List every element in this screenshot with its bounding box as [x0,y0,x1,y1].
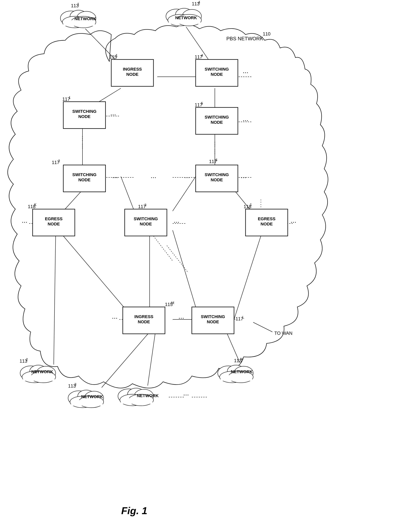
svg-text:NETWORK: NETWORK [31,369,53,374]
svg-text:NODE: NODE [140,222,152,226]
svg-text:NODE: NODE [48,222,60,226]
svg-text:1: 1 [250,203,252,207]
svg-text:SWITCHING: SWITCHING [72,109,96,114]
svg-text:SWITCHING: SWITCHING [201,314,225,319]
svg-text:⋯: ⋯ [112,315,118,321]
svg-text:SWITCHING: SWITCHING [205,172,229,177]
svg-text:3: 3 [74,383,76,386]
svg-text:⋮: ⋮ [80,143,85,149]
svg-text:NODE: NODE [126,72,138,77]
svg-text:⋮: ⋮ [212,141,218,147]
svg-text:⋯: ⋯ [110,112,116,118]
svg-text:⋮: ⋮ [80,135,85,141]
svg-text:NODE: NODE [138,319,150,324]
svg-text:3: 3 [144,203,146,207]
main-diagram-svg: INGRESS NODE SWITCHING NODE SWITCHING NO… [0,0,408,532]
svg-text:⋯: ⋯ [291,219,296,225]
svg-text:N: N [240,357,243,361]
svg-rect-23 [71,400,103,406]
svg-text:K: K [34,203,36,207]
svg-text:⋮: ⋮ [212,149,218,155]
svg-text:⋯: ⋯ [241,174,246,180]
svg-text:INGRESS: INGRESS [134,314,153,319]
svg-text:1: 1 [69,96,71,100]
svg-text:⋯: ⋯ [178,315,184,321]
svg-text:4: 4 [201,53,203,57]
svg-text:SWITCHING: SWITCHING [134,216,158,221]
svg-text:NODE: NODE [207,319,219,324]
svg-text:⋯: ⋯ [22,219,27,225]
svg-text:⋯: ⋯ [243,69,248,76]
svg-text:NETWORK: NETWORK [81,394,103,399]
svg-text:NODE: NODE [211,120,223,125]
svg-text:2: 2 [58,159,60,163]
svg-text:NODE: NODE [78,178,91,182]
svg-text:M: M [171,301,174,305]
svg-rect-17 [23,375,55,381]
svg-text:NODE: NODE [78,114,91,119]
svg-text:2: 2 [26,358,28,361]
svg-text:⋯: ⋯ [151,174,156,180]
svg-text:1: 1 [77,2,79,6]
svg-text:NETWORK: NETWORK [231,369,253,374]
svg-text:NETWORK: NETWORK [137,393,159,398]
svg-text:SWITCHING: SWITCHING [205,115,229,120]
svg-text:NODE: NODE [261,222,273,226]
svg-text:-117: -117 [234,316,243,321]
svg-text:TO WAN: TO WAN [274,331,293,336]
svg-text:⋯: ⋯ [174,219,179,225]
svg-text:⋯: ⋯ [243,117,248,124]
svg-text:EGRESS: EGRESS [45,216,62,221]
svg-text:6: 6 [215,158,217,162]
svg-text:EGRESS: EGRESS [258,216,275,221]
svg-text:1: 1 [116,53,118,57]
svg-text:Fig. 1: Fig. 1 [121,505,147,516]
svg-rect-35 [121,398,153,404]
svg-text:NETWORK: NETWORK [74,16,96,21]
svg-text:⋯: ⋯ [184,174,190,180]
svg-text:⋯: ⋯ [183,392,189,398]
svg-text:5: 5 [201,102,203,105]
svg-text:NODE: NODE [211,178,223,182]
svg-text:NETWORK: NETWORK [175,15,197,20]
diagram-container: INGRESS NODE SWITCHING NODE SWITCHING NO… [0,0,408,532]
svg-text:4: 4 [198,0,200,4]
svg-text:SWITCHING: SWITCHING [72,172,96,177]
svg-rect-29 [221,375,252,381]
svg-text:110: 110 [263,31,271,36]
svg-text:NODE: NODE [211,72,223,77]
svg-text:INGRESS: INGRESS [123,67,142,72]
svg-text:⋯: ⋯ [112,174,118,180]
svg-text:SWITCHING: SWITCHING [205,67,229,72]
svg-text:PBS NETWORK: PBS NETWORK [226,36,263,42]
svg-text:L: L [242,315,244,319]
